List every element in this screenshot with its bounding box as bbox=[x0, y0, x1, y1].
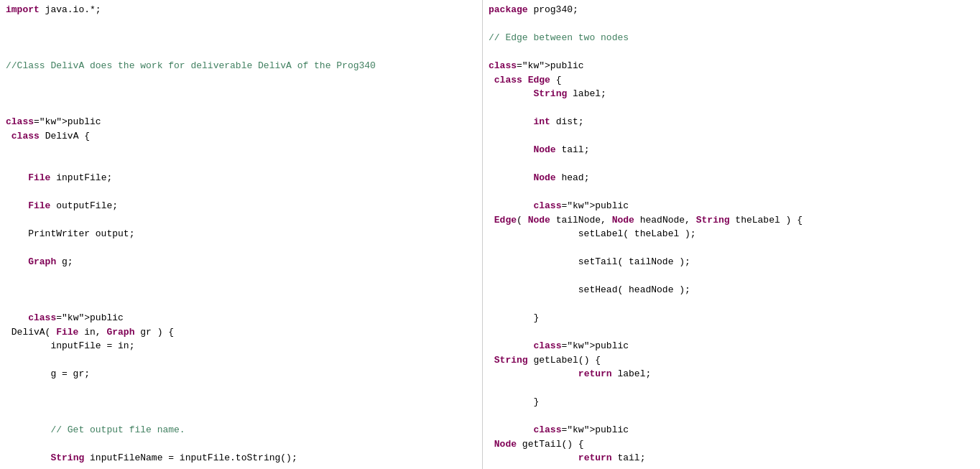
code-line: return label; bbox=[489, 367, 974, 381]
right-pane[interactable]: package prog340; // Edge between two nod… bbox=[483, 0, 980, 469]
code-line: class="kw">public bbox=[489, 199, 974, 213]
code-line bbox=[6, 87, 476, 101]
code-line: PrintWriter output; bbox=[6, 227, 476, 241]
code-line: //Class DelivA does the work for deliver… bbox=[6, 59, 476, 73]
code-line: } bbox=[489, 395, 974, 409]
code-line: class="kw">public bbox=[489, 59, 974, 73]
code-line bbox=[6, 395, 476, 409]
code-line: class="kw">public bbox=[6, 115, 476, 129]
code-line bbox=[6, 31, 476, 45]
editor-container: import java.io.*; //Class DelivA does th… bbox=[0, 0, 980, 469]
code-line: import java.io.*; bbox=[6, 3, 476, 17]
code-line: File outputFile; bbox=[6, 199, 476, 213]
code-line: Node head; bbox=[489, 171, 974, 185]
code-line: package prog340; bbox=[489, 3, 974, 17]
code-line: // Edge between two nodes bbox=[489, 31, 974, 45]
code-line: setTail( tailNode ); bbox=[489, 255, 974, 269]
code-line: class="kw">public bbox=[6, 311, 476, 325]
left-pane[interactable]: import java.io.*; //Class DelivA does th… bbox=[0, 0, 483, 469]
code-line: Graph g; bbox=[6, 255, 476, 269]
code-line: setLabel( theLabel ); bbox=[489, 227, 974, 241]
code-line: Node tail; bbox=[489, 143, 974, 157]
code-line: setHead( headNode ); bbox=[489, 283, 974, 297]
code-line bbox=[6, 283, 476, 297]
code-line: File inputFile; bbox=[6, 171, 476, 185]
code-line: String label; bbox=[489, 87, 974, 101]
code-line: int dist; bbox=[489, 115, 974, 129]
code-line: // Get output file name. bbox=[6, 423, 476, 437]
code-line: inputFile = in; bbox=[6, 339, 476, 353]
code-line: return tail; bbox=[489, 451, 974, 465]
code-line: class="kw">public bbox=[489, 423, 974, 437]
code-line bbox=[6, 143, 476, 157]
code-line: g = gr; bbox=[6, 367, 476, 381]
code-line: } bbox=[489, 311, 974, 325]
code-line: String inputFileName = inputFile.toStrin… bbox=[6, 451, 476, 465]
code-line: class="kw">public bbox=[489, 339, 974, 353]
